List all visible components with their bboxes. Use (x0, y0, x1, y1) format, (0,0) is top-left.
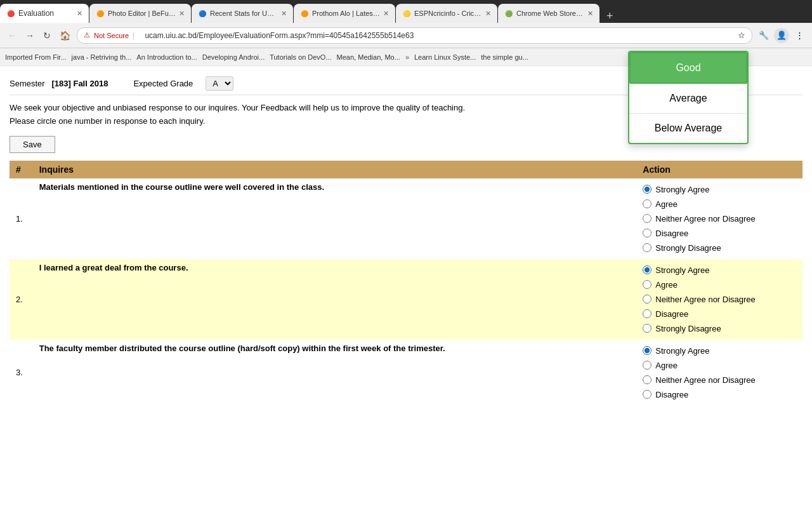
tab-close-befunky[interactable]: ✕ (179, 10, 185, 18)
dropdown-item-average[interactable]: Average (629, 84, 747, 114)
tab-label-befunky: Photo Editor | BeFunky: Fre... (108, 10, 176, 17)
tab-favicon-befunky: 🟠 (96, 9, 105, 18)
row1-radio-4[interactable] (643, 229, 652, 237)
tab-favicon-evaluation: 🔴 (6, 9, 15, 18)
row1-question: Materials mentioned in the course outlin… (33, 178, 637, 259)
semester-text: Semester (10, 79, 45, 88)
tab-favicon-recentstats: 🔵 (198, 9, 207, 18)
row3-question: The faculty member distributed the cours… (33, 340, 637, 406)
row1-text: Materials mentioned in the course outlin… (39, 182, 324, 192)
row2-radio-2[interactable] (643, 280, 652, 289)
tab-prothomalo[interactable]: 🟠 Prothom Alo | Latest online ✕ (294, 4, 395, 23)
tab-befunky[interactable]: 🟠 Photo Editor | BeFunky: Fre... ✕ (89, 4, 191, 23)
bookmark-more[interactable]: » (405, 53, 409, 61)
tab-recentstats[interactable]: 🔵 Recent Stats for UCAM Cou... ✕ (192, 4, 293, 23)
save-button[interactable]: Save (10, 136, 55, 153)
tab-close-evaluation[interactable]: ✕ (77, 10, 82, 18)
row2-radio-4[interactable] (643, 309, 652, 318)
row2-question: I learned a great deal from the course. (33, 259, 637, 340)
row1-radio-1[interactable] (643, 185, 652, 194)
tab-favicon-chromewebstore: 🟢 (504, 9, 513, 18)
row2-option-2[interactable]: Agree (643, 277, 796, 292)
tab-close-chromewebstore[interactable]: ✕ (587, 10, 593, 18)
tab-close-espncricinfo[interactable]: ✕ (485, 10, 491, 18)
row1-radio-3[interactable] (643, 214, 652, 223)
row2-option-5[interactable]: Strongly Disagree (643, 321, 796, 336)
row3-radio-4[interactable] (643, 390, 652, 399)
tab-label-prothomalo: Prothom Alo | Latest online (312, 10, 380, 17)
star-icon[interactable]: ☆ (738, 30, 745, 40)
row3-radio-3[interactable] (643, 375, 652, 384)
row3-radio-1[interactable] (643, 346, 652, 355)
row2-option-4[interactable]: Disagree (643, 307, 796, 321)
semester-label: Semester [183] Fall 2018 (10, 79, 108, 88)
table-row: 2. I learned a great deal from the cours… (10, 259, 802, 340)
bookmark-2[interactable]: java - Retriving th... (72, 53, 132, 61)
row3-option-3[interactable]: Neither Agree nor Disagree (643, 373, 796, 387)
address-input[interactable] (138, 29, 734, 42)
bookmark-8[interactable]: the simple gu... (481, 53, 528, 61)
dropdown-item-below-average[interactable]: Below Average (629, 114, 747, 143)
row2-option-1[interactable]: Strongly Agree (643, 263, 796, 277)
table-row: 1. Materials mentioned in the course out… (10, 178, 802, 259)
row3-actions: Strongly Agree Agree Neither Agree nor D… (636, 340, 802, 406)
bookmark-3[interactable]: An Introduction to... (136, 53, 197, 61)
col-inquires: Inquires (33, 161, 637, 178)
reload-button[interactable]: ↻ (41, 29, 53, 42)
row2-option-3[interactable]: Neither Agree nor Disagree (643, 292, 796, 307)
forward-button[interactable]: → (23, 29, 37, 42)
bookmark-7[interactable]: Learn Linux Syste... (414, 53, 476, 61)
tab-close-prothomalo[interactable]: ✕ (383, 10, 389, 18)
row2-text: I learned a great deal from the course. (39, 263, 188, 272)
tab-chromewebstore[interactable]: 🟢 Chrome Web Store - ucam ✕ (498, 4, 599, 23)
row2-num: 2. (10, 259, 33, 340)
security-label: Not Secure (94, 32, 129, 39)
row2-radio-3[interactable] (643, 295, 652, 304)
tab-bar: 🔴 Evaluation ✕ 🟠 Photo Editor | BeFunky:… (0, 0, 812, 23)
table-row: 3. The faculty member distributed the co… (10, 340, 802, 406)
row1-radio-5[interactable] (643, 243, 652, 252)
tab-espncricinfo[interactable]: 🟡 ESPNcricinfo - Cricket Live... ✕ (396, 4, 497, 23)
home-button[interactable]: 🏠 (57, 29, 73, 42)
row1-option-3[interactable]: Neither Agree nor Disagree (643, 211, 796, 226)
address-separator: | (133, 30, 134, 40)
tab-evaluation[interactable]: 🔴 Evaluation ✕ (0, 4, 89, 23)
bookmark-4[interactable]: Developing Androi... (202, 53, 265, 61)
bookmark-1[interactable]: Imported From Fir... (5, 53, 67, 61)
tab-label-chromewebstore: Chrome Web Store - ucam (516, 10, 584, 17)
col-action: Action (636, 161, 802, 178)
row3-radio-2[interactable] (643, 361, 652, 370)
security-icon: ⚠ (84, 31, 90, 39)
new-tab-button[interactable]: + (603, 10, 617, 23)
row1-option-5[interactable]: Strongly Disagree (643, 241, 796, 255)
dropdown-item-good[interactable]: Good (629, 52, 747, 84)
profile-button[interactable]: 👤 (774, 28, 789, 43)
dropdown-popup: Good Average Below Average (628, 51, 749, 144)
extensions-button[interactable]: 🔧 (756, 28, 771, 43)
row2-radio-1[interactable] (643, 265, 652, 274)
row3-text: The faculty member distributed the cours… (39, 344, 445, 353)
menu-button[interactable]: ⋮ (792, 28, 807, 43)
row2-radio-5[interactable] (643, 324, 652, 333)
row1-num: 1. (10, 178, 33, 259)
back-button[interactable]: ← (5, 29, 19, 42)
bookmark-6[interactable]: Mean, Median, Mo... (337, 53, 400, 61)
inquiry-table: # Inquires Action 1. Materials mentioned… (10, 161, 802, 406)
address-bar: ← → ↻ 🏠 ⚠ Not Secure | ☆ 🔧 👤 ⋮ (0, 23, 812, 48)
tab-favicon-espncricinfo: 🟡 (402, 9, 411, 18)
row3-num: 3. (10, 340, 33, 406)
row3-option-4[interactable]: Disagree (643, 387, 796, 402)
bookmark-5[interactable]: Tutorials on DevO... (270, 53, 331, 61)
grade-select[interactable]: A B C D F (206, 76, 233, 91)
tab-label-espncricinfo: ESPNcricinfo - Cricket Live... (414, 10, 482, 17)
row3-option-1[interactable]: Strongly Agree (643, 344, 796, 358)
row1-radio-2[interactable] (643, 199, 652, 208)
row1-actions: Strongly Agree Agree Neither Agree nor D… (636, 178, 802, 259)
browser-actions: 🔧 👤 ⋮ (756, 28, 807, 43)
row1-option-2[interactable]: Agree (643, 197, 796, 211)
row1-option-4[interactable]: Disagree (643, 226, 796, 241)
tab-label-evaluation: Evaluation (18, 9, 74, 18)
row3-option-2[interactable]: Agree (643, 358, 796, 373)
tab-close-recentstats[interactable]: ✕ (281, 10, 287, 18)
row1-option-1[interactable]: Strongly Agree (643, 182, 796, 197)
